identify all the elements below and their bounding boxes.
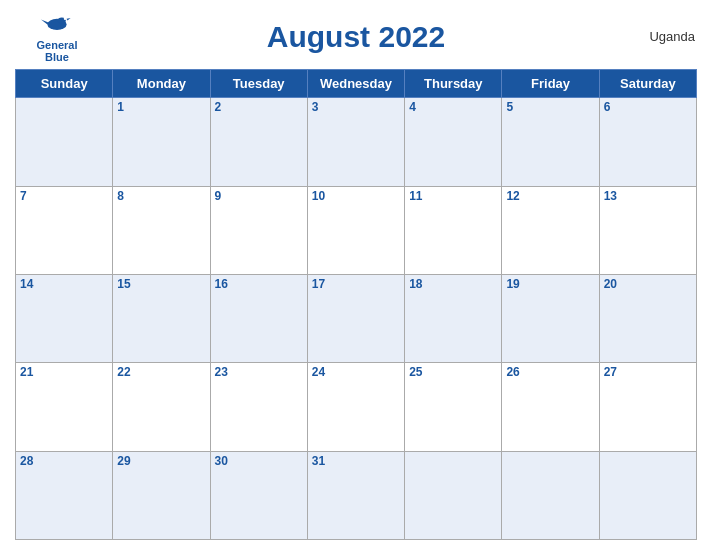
day-number: 10 xyxy=(312,189,400,203)
logo: General Blue xyxy=(17,10,97,63)
day-cell: 3 xyxy=(307,98,404,186)
day-number: 11 xyxy=(409,189,497,203)
day-number: 7 xyxy=(20,189,108,203)
day-cell: 12 xyxy=(502,186,599,274)
day-cell: 21 xyxy=(16,363,113,451)
day-cell: 7 xyxy=(16,186,113,274)
day-cell: 8 xyxy=(113,186,210,274)
day-cell: 23 xyxy=(210,363,307,451)
col-saturday: Saturday xyxy=(599,70,696,98)
day-cell xyxy=(502,451,599,539)
day-number: 18 xyxy=(409,277,497,291)
logo-line1: General xyxy=(37,39,78,51)
day-number: 20 xyxy=(604,277,692,291)
day-number: 15 xyxy=(117,277,205,291)
day-cell xyxy=(405,451,502,539)
day-cell: 4 xyxy=(405,98,502,186)
day-number: 17 xyxy=(312,277,400,291)
day-cell: 15 xyxy=(113,274,210,362)
day-cell: 13 xyxy=(599,186,696,274)
col-wednesday: Wednesday xyxy=(307,70,404,98)
day-cell: 6 xyxy=(599,98,696,186)
day-number: 13 xyxy=(604,189,692,203)
day-number: 19 xyxy=(506,277,594,291)
day-cell xyxy=(16,98,113,186)
day-cell: 14 xyxy=(16,274,113,362)
day-cell: 5 xyxy=(502,98,599,186)
day-number: 22 xyxy=(117,365,205,379)
logo-bird-icon xyxy=(37,10,77,38)
day-cell: 19 xyxy=(502,274,599,362)
col-monday: Monday xyxy=(113,70,210,98)
day-cell: 29 xyxy=(113,451,210,539)
day-number: 4 xyxy=(409,100,497,114)
day-cell: 25 xyxy=(405,363,502,451)
svg-marker-1 xyxy=(41,20,49,25)
day-number: 23 xyxy=(215,365,303,379)
day-number: 27 xyxy=(604,365,692,379)
day-number: 3 xyxy=(312,100,400,114)
day-cell: 26 xyxy=(502,363,599,451)
week-row-2: 78910111213 xyxy=(16,186,697,274)
col-tuesday: Tuesday xyxy=(210,70,307,98)
weekday-header-row: Sunday Monday Tuesday Wednesday Thursday… xyxy=(16,70,697,98)
day-cell: 24 xyxy=(307,363,404,451)
day-cell: 17 xyxy=(307,274,404,362)
day-number: 24 xyxy=(312,365,400,379)
day-cell: 20 xyxy=(599,274,696,362)
day-number: 25 xyxy=(409,365,497,379)
day-number: 5 xyxy=(506,100,594,114)
day-cell: 28 xyxy=(16,451,113,539)
day-number: 9 xyxy=(215,189,303,203)
day-cell: 11 xyxy=(405,186,502,274)
svg-marker-4 xyxy=(67,18,71,20)
day-number: 6 xyxy=(604,100,692,114)
week-row-3: 14151617181920 xyxy=(16,274,697,362)
day-cell: 16 xyxy=(210,274,307,362)
day-number: 26 xyxy=(506,365,594,379)
calendar-table: Sunday Monday Tuesday Wednesday Thursday… xyxy=(15,69,697,540)
week-row-5: 28293031 xyxy=(16,451,697,539)
day-number: 29 xyxy=(117,454,205,468)
day-number: 14 xyxy=(20,277,108,291)
day-cell: 1 xyxy=(113,98,210,186)
country-label: Uganda xyxy=(615,29,695,44)
page-header: General Blue August 2022 Uganda xyxy=(15,10,697,63)
day-cell: 2 xyxy=(210,98,307,186)
day-cell: 30 xyxy=(210,451,307,539)
svg-point-3 xyxy=(64,18,66,20)
day-cell: 9 xyxy=(210,186,307,274)
day-number: 31 xyxy=(312,454,400,468)
col-sunday: Sunday xyxy=(16,70,113,98)
week-row-4: 21222324252627 xyxy=(16,363,697,451)
day-cell: 22 xyxy=(113,363,210,451)
week-row-1: 123456 xyxy=(16,98,697,186)
day-cell: 31 xyxy=(307,451,404,539)
day-number: 16 xyxy=(215,277,303,291)
day-number: 21 xyxy=(20,365,108,379)
day-number: 12 xyxy=(506,189,594,203)
day-cell: 10 xyxy=(307,186,404,274)
day-cell: 27 xyxy=(599,363,696,451)
col-friday: Friday xyxy=(502,70,599,98)
logo-line2: Blue xyxy=(45,51,69,63)
day-number: 1 xyxy=(117,100,205,114)
day-number: 8 xyxy=(117,189,205,203)
day-cell xyxy=(599,451,696,539)
page-title: August 2022 xyxy=(97,20,615,54)
day-number: 28 xyxy=(20,454,108,468)
day-number: 2 xyxy=(215,100,303,114)
col-thursday: Thursday xyxy=(405,70,502,98)
day-cell: 18 xyxy=(405,274,502,362)
day-number: 30 xyxy=(215,454,303,468)
